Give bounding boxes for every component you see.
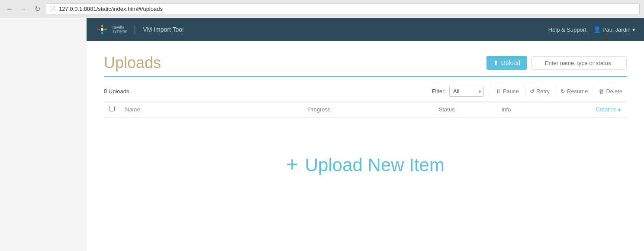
svg-point-0	[101, 28, 103, 31]
empty-state[interactable]: + Upload New Item	[104, 117, 627, 202]
resume-label: Resume	[567, 88, 588, 95]
name-column-header: Name	[120, 101, 303, 117]
sort-arrow-icon: ▼	[617, 108, 621, 112]
reload-button[interactable]: ↻	[32, 4, 42, 14]
upload-button[interactable]: ⬆ Upload	[486, 56, 527, 70]
page-icon: 📄	[50, 6, 56, 12]
url-text: 127.0.0.1:8881/static/index.html#/upload…	[59, 6, 163, 12]
top-nav: ravello systems | VM Import Tool Help & …	[87, 18, 644, 41]
uploads-table: Name Progress Status Info Created ▼	[104, 101, 627, 117]
app-title: VM Import Tool	[143, 26, 184, 33]
pause-label: Pause	[503, 88, 519, 95]
nav-right: Help & Support 👤 Paul Jardin ▾	[548, 26, 635, 33]
info-column-header: Info	[496, 101, 590, 117]
delete-label: Delete	[606, 88, 622, 95]
upload-arrow-icon: ⬆	[493, 59, 499, 66]
uploads-count: 0 Uploads	[104, 88, 129, 95]
retry-button[interactable]: ↺ Retry	[525, 86, 554, 97]
search-wrapper: 🔍	[531, 56, 627, 70]
forward-button[interactable]: →	[18, 4, 29, 14]
page-title: Uploads	[104, 54, 161, 72]
search-input[interactable]	[531, 56, 627, 70]
upload-new-item-cta[interactable]: + Upload New Item	[286, 155, 444, 175]
resume-icon: ↻	[560, 88, 565, 95]
table-header: Name Progress Status Info Created ▼	[104, 101, 627, 117]
pause-button[interactable]: ⏸ Pause	[491, 86, 523, 97]
plus-icon: +	[286, 153, 298, 176]
table-header-row: Name Progress Status Info Created ▼	[104, 101, 627, 117]
user-dropdown-icon: ▾	[632, 26, 635, 33]
select-all-checkbox[interactable]	[109, 106, 115, 111]
created-column-header[interactable]: Created ▼	[590, 101, 627, 117]
header-actions: ⬆ Upload 🔍	[486, 56, 627, 70]
ravello-logo-icon	[95, 23, 109, 36]
logo[interactable]: ravello systems	[95, 23, 127, 36]
address-bar[interactable]: 📄 127.0.0.1:8881/static/index.html#/uplo…	[46, 3, 640, 14]
upload-new-item-label: Upload New Item	[305, 155, 444, 175]
retry-label: Retry	[536, 88, 550, 95]
main-content: Uploads ⬆ Upload 🔍 0 Uploads Filter: Al	[87, 41, 644, 215]
app-wrapper: ravello systems | VM Import Tool Help & …	[87, 18, 644, 251]
checkbox-column-header	[104, 101, 120, 117]
nav-left: ravello systems | VM Import Tool	[95, 23, 184, 36]
logo-text-container: ravello systems	[113, 26, 127, 33]
help-link[interactable]: Help & Support	[548, 26, 586, 33]
logo-name: ravello systems	[113, 26, 127, 33]
nav-divider: |	[134, 25, 136, 35]
delete-icon: 🗑	[599, 88, 604, 95]
pause-icon: ⏸	[496, 88, 501, 95]
browser-chrome: ← → ↻ 📄 127.0.0.1:8881/static/index.html…	[0, 0, 644, 18]
filter-label: Filter:	[432, 88, 446, 95]
resume-button[interactable]: ↻ Resume	[556, 86, 592, 97]
upload-button-label: Upload	[501, 59, 520, 66]
user-name: Paul Jardin	[602, 26, 631, 33]
filter-select[interactable]: All Active Paused Done Failed	[449, 86, 484, 97]
page-header: Uploads ⬆ Upload 🔍	[104, 54, 627, 77]
filter-select-wrapper: All Active Paused Done Failed ▾	[449, 86, 484, 97]
delete-button[interactable]: 🗑 Delete	[594, 86, 627, 97]
retry-icon: ↺	[530, 88, 535, 95]
user-icon: 👤	[593, 26, 601, 33]
toolbar-right: Filter: All Active Paused Done Failed ▾ …	[432, 86, 627, 97]
toolbar: 0 Uploads Filter: All Active Paused Done…	[104, 86, 627, 97]
user-menu[interactable]: 👤 Paul Jardin ▾	[593, 26, 635, 33]
status-column-header: Status	[434, 101, 496, 117]
back-button[interactable]: ←	[4, 4, 15, 14]
progress-column-header: Progress	[303, 101, 434, 117]
